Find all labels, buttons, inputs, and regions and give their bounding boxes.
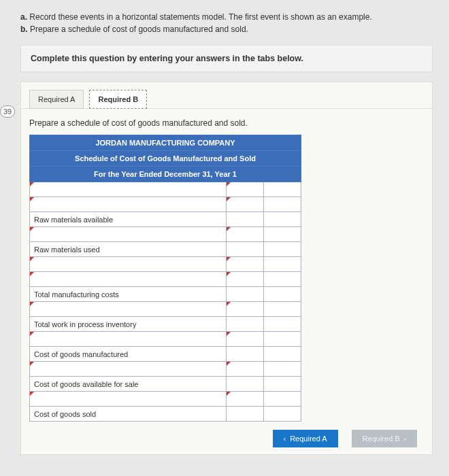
cell-value[interactable] — [264, 212, 301, 227]
cell-label[interactable] — [30, 182, 227, 197]
table-row — [30, 332, 301, 347]
table-body: Raw materials available Raw materials us… — [30, 182, 301, 422]
cell-value[interactable] — [264, 287, 301, 302]
cell-value[interactable] — [264, 362, 301, 377]
cell-value[interactable] — [264, 407, 301, 422]
cell-label[interactable] — [30, 227, 227, 242]
cell-value[interactable] — [227, 227, 264, 242]
cell-value[interactable] — [264, 257, 301, 272]
table-header-company: JORDAN MANUFACTURING COMPANY — [30, 135, 301, 151]
cell-value[interactable] — [264, 182, 301, 197]
cell-value[interactable] — [227, 197, 264, 212]
cell-value[interactable] — [227, 242, 264, 257]
table-row — [30, 182, 301, 197]
cell-value[interactable] — [227, 377, 264, 392]
question-label: b. — [20, 24, 28, 34]
table-row: Raw materials used — [30, 242, 301, 257]
cell-value[interactable] — [227, 392, 264, 407]
tab-required-b[interactable]: Required B — [89, 90, 147, 109]
question-list: a. Record these events in a horizontal s… — [20, 12, 433, 34]
table-row: Raw materials available — [30, 212, 301, 227]
cell-value[interactable] — [227, 332, 264, 347]
cell-label[interactable]: Raw materials available — [30, 212, 227, 227]
cell-label[interactable]: Raw materials used — [30, 242, 227, 257]
cell-value[interactable] — [264, 377, 301, 392]
cell-value[interactable] — [227, 362, 264, 377]
question-text: Prepare a schedule of cost of goods manu… — [30, 24, 248, 34]
table-row — [30, 362, 301, 377]
cell-label[interactable] — [30, 197, 227, 212]
question-item: a. Record these events in a horizontal s… — [20, 12, 433, 22]
tab-required-a[interactable]: Required A — [29, 90, 84, 109]
cell-label[interactable]: Cost of goods sold — [30, 407, 227, 422]
question-label: a. — [20, 12, 27, 22]
cell-value[interactable] — [227, 287, 264, 302]
cell-value[interactable] — [264, 347, 301, 362]
table-row — [30, 257, 301, 272]
cell-value[interactable] — [227, 182, 264, 197]
question-item: b. Prepare a schedule of cost of goods m… — [20, 24, 433, 34]
cell-label[interactable] — [30, 302, 227, 317]
cell-value[interactable] — [227, 257, 264, 272]
table-row: Total manufacturing costs — [30, 287, 301, 302]
table-row — [30, 197, 301, 212]
tab-description: Prepare a schedule of cost of goods manu… — [29, 118, 424, 128]
table-row: Cost of goods available for sale — [30, 377, 301, 392]
cell-value[interactable] — [227, 407, 264, 422]
table-row: Cost of goods sold — [30, 407, 301, 422]
prev-label: Required A — [290, 435, 327, 443]
cell-value[interactable] — [264, 302, 301, 317]
table-row — [30, 392, 301, 407]
tab-panel: Prepare a schedule of cost of goods manu… — [20, 108, 433, 455]
table-row — [30, 302, 301, 317]
chevron-right-icon: › — [404, 435, 406, 443]
cell-value[interactable] — [264, 332, 301, 347]
cell-label[interactable] — [30, 272, 227, 287]
cell-value[interactable] — [227, 272, 264, 287]
nav-buttons: ‹ Required A Required B › — [29, 430, 424, 447]
table-row — [30, 272, 301, 287]
question-number-badge: 39 — [0, 105, 15, 118]
cell-value[interactable] — [227, 347, 264, 362]
table-header-title: Schedule of Cost of Goods Manufactured a… — [30, 151, 301, 167]
cell-label[interactable] — [30, 392, 227, 407]
cell-label[interactable] — [30, 332, 227, 347]
next-label: Required B — [363, 435, 400, 443]
cell-value[interactable] — [227, 317, 264, 332]
table-row: Total work in process inventory — [30, 317, 301, 332]
schedule-table: JORDAN MANUFACTURING COMPANY Schedule of… — [29, 135, 301, 422]
cell-label[interactable]: Cost of goods available for sale — [30, 377, 227, 392]
cell-value[interactable] — [264, 227, 301, 242]
next-button[interactable]: Required B › — [352, 430, 417, 447]
cell-label[interactable]: Total work in process inventory — [30, 317, 227, 332]
cell-value[interactable] — [264, 272, 301, 287]
question-text: Record these events in a horizontal stat… — [29, 12, 371, 22]
cell-label[interactable] — [30, 362, 227, 377]
cell-value[interactable] — [264, 317, 301, 332]
tab-bar: Required A Required B — [20, 82, 433, 108]
cell-value[interactable] — [227, 212, 264, 227]
cell-value[interactable] — [264, 197, 301, 212]
table-row — [30, 227, 301, 242]
prev-button[interactable]: ‹ Required A — [273, 430, 338, 447]
cell-value[interactable] — [264, 242, 301, 257]
cell-label[interactable] — [30, 257, 227, 272]
instruction-box: Complete this question by entering your … — [20, 45, 433, 72]
cell-value[interactable] — [227, 302, 264, 317]
cell-value[interactable] — [264, 392, 301, 407]
table-header-period: For the Year Ended December 31, Year 1 — [30, 167, 301, 182]
table-row: Cost of goods manufactured — [30, 347, 301, 362]
cell-label[interactable]: Total manufacturing costs — [30, 287, 227, 302]
chevron-left-icon: ‹ — [284, 435, 286, 443]
content-area: a. Record these events in a horizontal s… — [0, 0, 449, 455]
cell-label[interactable]: Cost of goods manufactured — [30, 347, 227, 362]
